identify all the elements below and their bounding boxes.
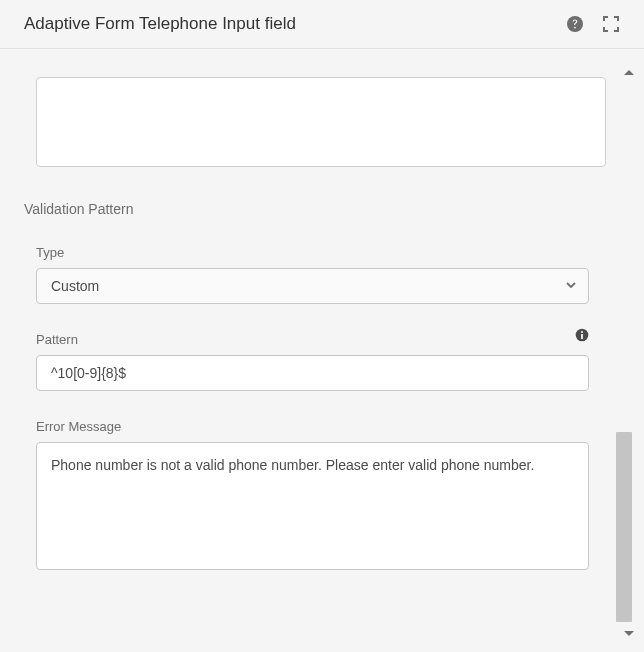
- help-icon[interactable]: [566, 15, 584, 33]
- error-message-label: Error Message: [36, 419, 620, 434]
- scroll-down-icon[interactable]: [624, 624, 634, 642]
- fullscreen-icon[interactable]: [602, 15, 620, 33]
- type-select-wrap: Custom: [36, 268, 589, 304]
- pattern-label-row: Pattern: [36, 318, 589, 355]
- previous-section-textarea[interactable]: [36, 77, 606, 167]
- type-select[interactable]: Custom: [36, 268, 589, 304]
- info-icon[interactable]: [575, 328, 589, 346]
- pattern-input[interactable]: [36, 355, 589, 391]
- svg-point-2: [581, 331, 583, 333]
- error-message-textarea[interactable]: [36, 442, 589, 570]
- validation-pattern-heading: Validation Pattern: [24, 201, 620, 217]
- type-label: Type: [36, 245, 620, 260]
- header-actions: [566, 15, 620, 33]
- panel-header: Adaptive Form Telephone Input field: [0, 0, 644, 49]
- scrollbar-thumb[interactable]: [616, 432, 632, 622]
- type-select-value: Custom: [51, 278, 99, 294]
- field-group: Type Custom Pattern: [36, 245, 620, 574]
- properties-panel: Adaptive Form Telephone Input field: [0, 0, 644, 652]
- pattern-label: Pattern: [36, 332, 78, 347]
- svg-rect-3: [581, 334, 583, 339]
- panel-content: Validation Pattern Type Custom Pattern: [0, 49, 644, 647]
- panel-title: Adaptive Form Telephone Input field: [24, 14, 296, 34]
